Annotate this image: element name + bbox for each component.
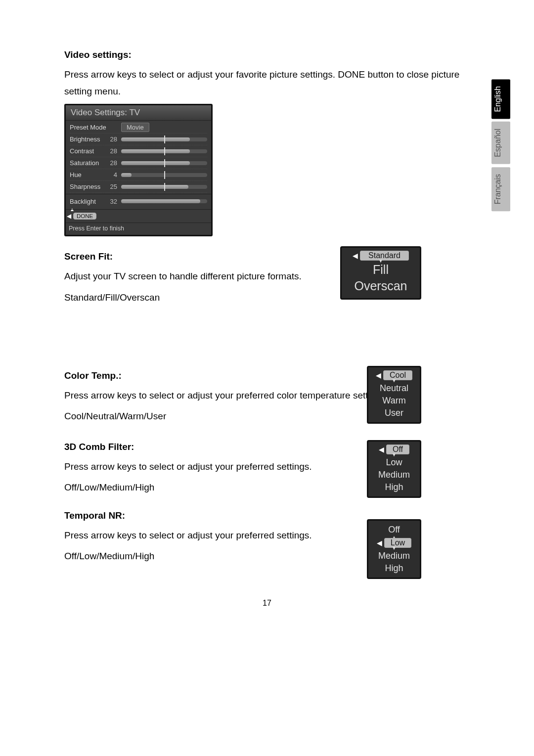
- video-settings-footer: Press Enter to finish: [66, 223, 211, 235]
- done-button[interactable]: DONE: [73, 213, 96, 220]
- preset-mode-label: Preset Mode: [70, 124, 107, 131]
- screen-fit-menu: ◀ Standard ▼ Fill Overscan: [340, 246, 421, 300]
- temporal-nr-menu: Off ▲ ◀ Low ▼ Medium High: [367, 519, 421, 579]
- saturation-slider[interactable]: [121, 161, 207, 165]
- arrow-left-icon: ◀: [376, 371, 381, 379]
- comb-option-high[interactable]: High: [371, 481, 417, 493]
- color-temp-menu: ◀ Cool ▼ Neutral Warm User: [367, 366, 421, 424]
- arrow-left-icon: ◀: [67, 213, 71, 220]
- arrow-left-icon: ◀: [353, 252, 358, 260]
- brightness-value: 28: [107, 135, 121, 143]
- preset-mode-row[interactable]: Preset Mode Movie: [70, 122, 207, 133]
- brightness-row[interactable]: Brightness 28: [70, 133, 207, 145]
- hue-value: 4: [107, 171, 121, 178]
- saturation-row[interactable]: Saturation 28: [70, 157, 207, 169]
- comb-filter-menu: ◀ Off ▼ Low Medium High: [367, 440, 421, 498]
- section-video-settings: Video settings: Press arrow keys to sele…: [64, 49, 470, 236]
- screen-fit-option-fill[interactable]: Fill: [345, 263, 417, 279]
- sharpness-value: 25: [107, 183, 121, 190]
- color-temp-option-warm[interactable]: Warm: [371, 395, 417, 407]
- sharpness-slider[interactable]: [121, 185, 207, 189]
- lang-tab-english[interactable]: English: [491, 79, 510, 119]
- video-settings-panel: Video Settings: TV Preset Mode Movie Bri…: [64, 104, 213, 236]
- contrast-value: 28: [107, 147, 121, 155]
- hue-label: Hue: [70, 171, 107, 178]
- language-tabs: English Español Français: [491, 79, 510, 212]
- temporal-option-medium[interactable]: Medium: [371, 550, 417, 562]
- video-settings-heading: Video settings:: [64, 49, 470, 60]
- backlight-row[interactable]: Backlight 32: [70, 195, 207, 207]
- saturation-value: 28: [107, 159, 121, 167]
- arrow-left-icon: ◀: [377, 539, 382, 547]
- preset-mode-value[interactable]: Movie: [121, 123, 149, 132]
- video-settings-panel-header: Video Settings: TV: [66, 105, 211, 121]
- backlight-slider[interactable]: [121, 199, 207, 203]
- color-temp-option-neutral[interactable]: Neutral: [371, 382, 417, 395]
- contrast-label: Contrast: [70, 147, 107, 155]
- arrow-left-icon: ◀: [379, 445, 384, 453]
- page-number: 17: [263, 599, 271, 608]
- hue-row[interactable]: Hue 4: [70, 169, 207, 181]
- backlight-label: Backlight: [70, 198, 107, 205]
- video-settings-body: Press arrow keys to select or adjust you…: [64, 66, 470, 100]
- lang-tab-espanol[interactable]: Español: [491, 122, 510, 164]
- temporal-option-high[interactable]: High: [371, 562, 417, 575]
- comb-option-low[interactable]: Low: [371, 456, 417, 469]
- sharpness-row[interactable]: Sharpness 25: [70, 181, 207, 193]
- hue-slider[interactable]: [121, 173, 207, 177]
- backlight-value: 32: [107, 198, 121, 205]
- sharpness-label: Sharpness: [70, 183, 107, 190]
- brightness-label: Brightness: [70, 135, 107, 143]
- comb-option-medium[interactable]: Medium: [371, 469, 417, 481]
- screen-fit-option-overscan[interactable]: Overscan: [345, 279, 417, 295]
- brightness-slider[interactable]: [121, 137, 207, 141]
- contrast-row[interactable]: Contrast 28: [70, 145, 207, 157]
- color-temp-option-user[interactable]: User: [371, 407, 417, 419]
- saturation-label: Saturation: [70, 159, 107, 167]
- contrast-slider[interactable]: [121, 149, 207, 153]
- lang-tab-francais[interactable]: Français: [491, 167, 510, 211]
